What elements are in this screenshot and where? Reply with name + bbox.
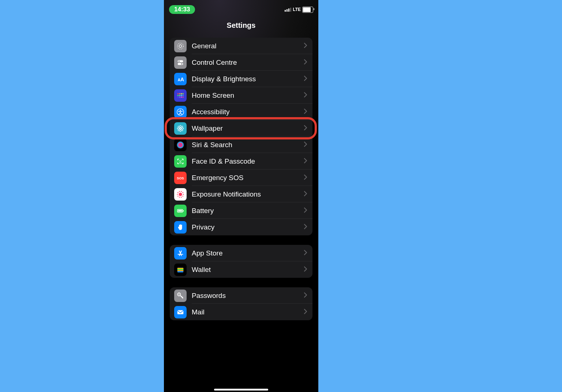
home-indicator[interactable] (214, 389, 268, 391)
siri-icon (174, 139, 187, 151)
appstore-icon (174, 247, 187, 260)
svg-rect-56 (177, 310, 184, 314)
settings-row-general[interactable]: General (170, 38, 312, 54)
chevron-right-icon (304, 191, 307, 198)
chevron-right-icon (304, 75, 307, 83)
chevron-right-icon (304, 266, 307, 273)
settings-row-accessibility[interactable]: Accessibility (170, 104, 312, 120)
chevron-right-icon (304, 309, 307, 316)
svg-point-45 (182, 192, 183, 193)
settings-row-home-screen[interactable]: Home Screen (170, 87, 312, 104)
settings-row-control-centre[interactable]: Control Centre (170, 54, 312, 71)
status-time[interactable]: 14:33 (169, 5, 195, 14)
svg-rect-47 (178, 210, 182, 212)
settings-row-label: Control Centre (192, 59, 304, 67)
settings-row-label: Display & Brightness (192, 75, 304, 83)
svg-text:SOS: SOS (177, 176, 184, 180)
svg-rect-48 (183, 210, 184, 212)
settings-row-label: Mail (192, 308, 304, 316)
settings-row-label: App Store (192, 249, 304, 257)
settings-row-label: Siri & Search (192, 141, 304, 149)
svg-point-40 (177, 195, 179, 197)
sos-icon: SOS (174, 172, 187, 184)
control-centre-icon (174, 56, 187, 69)
settings-list[interactable]: GeneralControl CentreAADisplay & Brightn… (164, 38, 318, 320)
battery-icon (174, 205, 187, 217)
settings-row-label: Emergency SOS (192, 174, 304, 182)
svg-point-38 (181, 197, 182, 198)
passwords-icon (174, 290, 187, 302)
settings-row-label: Exposure Notifications (192, 190, 304, 198)
svg-point-37 (182, 195, 183, 197)
display-icon: AA (174, 73, 187, 85)
svg-point-5 (181, 63, 183, 64)
svg-rect-18 (181, 96, 182, 97)
wallpaper-icon (174, 122, 187, 135)
chevron-right-icon (304, 174, 307, 182)
svg-point-3 (179, 60, 180, 62)
general-icon (174, 40, 187, 52)
settings-row-battery[interactable]: Battery (170, 202, 312, 219)
accessibility-icon (174, 106, 187, 118)
svg-point-21 (180, 109, 181, 111)
phone-screen: 14:33 LTE Settings GeneralControl Centre… (164, 0, 318, 392)
settings-row-siri[interactable]: Siri & Search (170, 137, 312, 153)
svg-point-31 (177, 141, 184, 148)
svg-point-55 (179, 294, 180, 295)
svg-rect-16 (177, 96, 179, 97)
chevron-right-icon (304, 224, 307, 231)
settings-group: GeneralControl CentreAADisplay & Brightn… (170, 38, 312, 235)
wallet-icon (174, 264, 187, 276)
svg-point-41 (177, 194, 178, 195)
chevron-right-icon (304, 141, 307, 149)
svg-rect-14 (181, 95, 182, 96)
home-screen-icon (174, 89, 187, 102)
settings-row-label: Wallet (192, 266, 304, 274)
settings-row-exposure[interactable]: Exposure Notifications (170, 186, 312, 202)
privacy-icon (174, 221, 187, 234)
svg-point-35 (179, 193, 182, 196)
svg-rect-15 (183, 95, 184, 96)
network-label: LTE (293, 7, 301, 12)
settings-row-wallpaper[interactable]: Wallpaper (170, 120, 312, 137)
status-right: LTE (285, 7, 313, 13)
settings-row-wallet[interactable]: Wallet (170, 261, 312, 278)
chevron-right-icon (304, 92, 307, 99)
svg-rect-8 (177, 93, 179, 94)
svg-point-39 (179, 197, 180, 198)
chevron-right-icon (304, 59, 307, 66)
chevron-right-icon (304, 207, 307, 214)
svg-point-36 (183, 194, 184, 195)
svg-point-0 (179, 45, 181, 47)
chevron-right-icon (304, 158, 307, 165)
settings-row-label: Accessibility (192, 108, 304, 116)
settings-row-faceid[interactable]: Face ID & Passcode (170, 153, 312, 169)
settings-row-label: Battery (192, 207, 304, 215)
svg-rect-12 (177, 95, 179, 96)
svg-rect-13 (179, 95, 180, 96)
svg-rect-19 (183, 96, 184, 97)
chevron-right-icon (304, 250, 307, 257)
settings-row-appstore[interactable]: App Store (170, 245, 312, 261)
svg-rect-53 (177, 271, 184, 272)
svg-point-1 (177, 43, 184, 49)
settings-row-label: Face ID & Passcode (192, 157, 304, 165)
chevron-right-icon (304, 125, 307, 132)
settings-row-privacy[interactable]: Privacy (170, 219, 312, 235)
exposure-icon (174, 188, 187, 201)
battery-icon (302, 7, 313, 13)
svg-rect-11 (183, 93, 184, 94)
settings-row-passwords[interactable]: Passwords (170, 287, 312, 304)
svg-point-42 (177, 192, 179, 193)
settings-row-display[interactable]: AADisplay & Brightness (170, 71, 312, 87)
settings-row-mail[interactable]: Mail (170, 304, 312, 320)
svg-point-32 (179, 160, 180, 161)
settings-row-label: Privacy (192, 223, 304, 231)
faceid-icon (174, 155, 187, 168)
chevron-right-icon (304, 108, 307, 116)
settings-group: PasswordsMail (170, 287, 312, 320)
svg-rect-9 (179, 93, 180, 94)
settings-row-sos[interactable]: SOSEmergency SOS (170, 169, 312, 186)
svg-point-44 (181, 191, 182, 192)
svg-rect-10 (181, 93, 182, 94)
